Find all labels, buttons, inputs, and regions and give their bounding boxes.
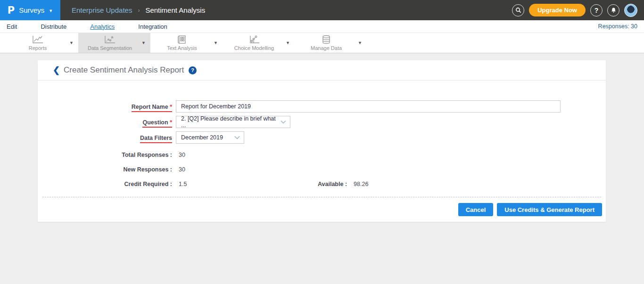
nav-tab-integration[interactable]: Integration <box>138 23 167 30</box>
breadcrumb-parent[interactable]: Enterprise Updates <box>72 6 132 14</box>
title-help-icon[interactable]: ? <box>189 66 197 74</box>
header-actions: Upgrade Now ? <box>512 0 644 20</box>
chevron-down-icon <box>234 136 240 139</box>
breadcrumb-separator-icon: › <box>138 7 140 14</box>
data-filters-label: Data Filters <box>140 135 172 143</box>
question-select[interactable]: 2. [Q2] Please describe in brief what ..… <box>176 116 290 128</box>
generate-report-button[interactable]: Use Credits & Generate Report <box>497 203 602 216</box>
bell-icon <box>611 7 617 13</box>
data-filters-select[interactable]: December 2019 <box>176 131 244 144</box>
toolbar-item-label: Choice Modelling <box>234 45 274 51</box>
upgrade-now-button[interactable]: Upgrade Now <box>529 4 586 16</box>
question-row: Question * 2. [Q2] Please describe in br… <box>38 116 606 128</box>
total-responses-row: Total Responses : 30 <box>38 152 606 158</box>
toolbar-item-label: Data Segmentation <box>88 45 132 51</box>
chevron-down-icon[interactable]: ▼ <box>69 41 74 45</box>
new-responses-row: New Responses : 30 <box>38 166 606 173</box>
credit-required-value: 1.5 <box>179 181 216 187</box>
text-doc-icon <box>177 35 187 44</box>
back-icon[interactable]: ❮ <box>53 65 60 75</box>
credit-required-label: Credit Required : <box>38 181 172 187</box>
chevron-down-icon: ▼ <box>49 8 53 13</box>
scatter-chart-icon <box>104 35 116 44</box>
report-name-row: Report Name * <box>38 100 606 113</box>
breadcrumb-current: Sentiment Analysis <box>145 6 205 14</box>
help-button[interactable]: ? <box>590 4 603 16</box>
database-icon <box>321 35 331 44</box>
question-select-value: 2. [Q2] Please describe in brief what ..… <box>181 115 281 129</box>
required-marker: * <box>170 104 172 110</box>
toolbar-item-label: Reports <box>29 45 47 51</box>
data-filters-row: Data Filters December 2019 <box>38 131 606 144</box>
total-responses-value: 30 <box>179 152 216 158</box>
question-label: Question * <box>142 119 172 128</box>
available-value: 98.26 <box>354 181 368 187</box>
toolbar-item-data-segmentation[interactable]: Data Segmentation ▼ <box>78 33 150 53</box>
toolbar-item-reports[interactable]: Reports ▼ <box>6 33 78 53</box>
form-actions: Cancel Use Credits & Generate Report <box>38 197 606 222</box>
search-button[interactable] <box>512 4 524 16</box>
create-report-panel: ❮ Create Sentiment Analysis Report ? Rep… <box>38 60 606 222</box>
report-name-input[interactable] <box>176 100 561 113</box>
notifications-button[interactable] <box>607 4 619 16</box>
search-icon <box>515 7 521 13</box>
analytics-toolbar: Reports ▼ Data Segmentation ▼ Text Analy… <box>0 33 644 53</box>
nav-tab-analytics[interactable]: Analytics <box>90 23 115 30</box>
avatar[interactable] <box>624 4 637 17</box>
required-marker: * <box>170 119 172 126</box>
panel-header: ❮ Create Sentiment Analysis Report ? <box>38 60 606 81</box>
toolbar-item-manage-data[interactable]: Manage Data ▼ <box>295 33 367 53</box>
survey-nav: Edit Distribute Analytics Integration Re… <box>0 20 644 33</box>
top-header: P Surveys ▼ Enterprise Updates › Sentime… <box>0 0 644 20</box>
app-switcher[interactable]: P Surveys ▼ <box>0 0 60 20</box>
chevron-down-icon[interactable]: ▼ <box>214 41 218 45</box>
report-form: Report Name * Question * 2. [Q2] Please … <box>38 81 606 222</box>
toolbar-item-label: Manage Data <box>311 45 342 51</box>
new-responses-value: 30 <box>179 166 216 173</box>
chevron-down-icon <box>281 120 286 124</box>
data-filters-select-value: December 2019 <box>181 134 223 141</box>
toolbar-item-choice-modelling[interactable]: Choice Modelling ▼ <box>223 33 295 53</box>
toolbar-item-text-analysis[interactable]: Text Analysis ▼ <box>150 33 223 53</box>
new-responses-label: New Responses : <box>38 166 172 173</box>
breadcrumb: Enterprise Updates › Sentiment Analysis <box>60 0 205 20</box>
cancel-button[interactable]: Cancel <box>458 203 494 216</box>
product-name: Surveys <box>19 6 44 14</box>
responses-count[interactable]: Responses: 30 <box>598 23 637 30</box>
nav-tab-edit[interactable]: Edit <box>7 23 17 30</box>
toolbar-item-label: Text Analysis <box>167 45 197 51</box>
chevron-down-icon[interactable]: ▼ <box>286 41 290 45</box>
nav-tab-distribute[interactable]: Distribute <box>41 23 66 30</box>
credit-required-row: Credit Required : 1.5 Available : 98.26 <box>38 181 606 187</box>
available-label: Available : <box>318 181 347 187</box>
report-name-label: Report Name * <box>132 104 172 112</box>
chevron-down-icon[interactable]: ▼ <box>358 41 362 45</box>
total-responses-label: Total Responses : <box>38 152 172 158</box>
node-chart-icon <box>248 35 260 44</box>
brand-logo: P <box>8 5 15 16</box>
chevron-down-icon[interactable]: ▼ <box>141 41 146 45</box>
line-chart-icon <box>32 35 44 44</box>
page-title: Create Sentiment Analysis Report <box>64 65 184 75</box>
